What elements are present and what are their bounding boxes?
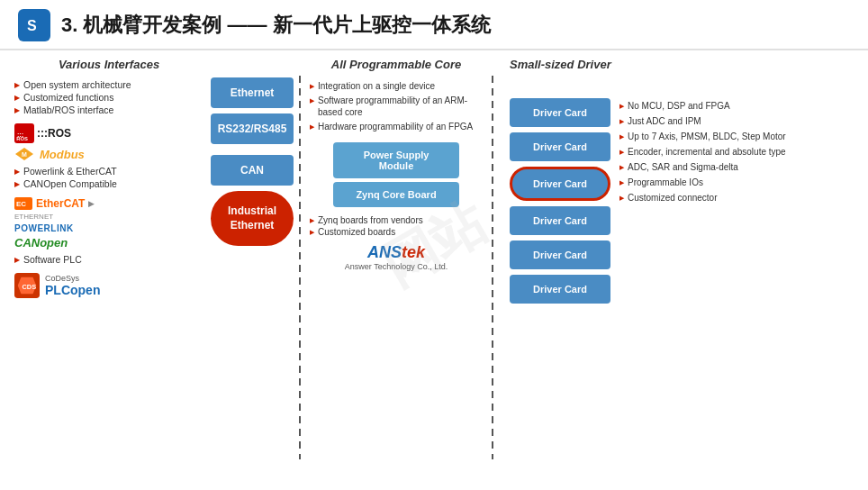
driver-card-3-highlighted[interactable]: Driver Card [510, 167, 610, 201]
driver-feature-item: Just ADC and IPM [619, 113, 854, 129]
main-content: Various Interfaces Open system architect… [0, 50, 868, 485]
driver-card-4[interactable]: Driver Card [510, 206, 610, 235]
ethercat-logo: EC EtherCAT ▶ [14, 197, 203, 210]
ros-icon: ::: ROS [14, 123, 34, 143]
anstek-name: ANStek [310, 243, 483, 262]
driver-feature-item: Customized connector [619, 190, 854, 205]
software-plc-section: Software PLC CDS CoDeSys PLCopen [14, 253, 203, 298]
rs232-button[interactable]: RS232/RS485 [211, 113, 294, 144]
driver-feature-item: Programmable IOs [619, 175, 854, 190]
modbus-logo-row: M Modbus [14, 147, 203, 161]
prog-feature-item: Integration on a single device [310, 78, 483, 93]
right-column: Small-sized Driver Driver Card Driver Ca… [499, 58, 854, 477]
software-plc-list: Software PLC [14, 253, 203, 266]
feature-item: CANOpen Compatible [14, 177, 203, 190]
core-diagram: Power SupplyModule Zynq Core Board [310, 142, 483, 207]
prog-feature-item: Software programmability of an ARM-based… [310, 93, 483, 119]
modbus-icon: M [14, 147, 34, 161]
feature-item: Matlab/ROS interface [14, 104, 203, 116]
anstek-sub: Answer Technology Co., Ltd. [310, 262, 483, 271]
driver-card-6[interactable]: Driver Card [510, 275, 610, 304]
svg-text:ROS: ROS [16, 136, 28, 141]
s-icon: S [23, 14, 45, 36]
driver-feature-item: Encoder, incremental and absolute type [619, 144, 854, 159]
middle-column: All Programmable Core Integration on a s… [306, 58, 486, 477]
codesys-icon: CDS [14, 273, 40, 298]
plcopen-label: PLCopen [45, 283, 100, 297]
more-features-list: Powerlink & EtherCAT CANOpen Compatible [14, 165, 203, 190]
svg-text:S: S [27, 18, 37, 33]
prog-feature-item: Hardware programmability of an FPGA [310, 119, 483, 133]
ethercat-label: EtherCAT [36, 197, 85, 210]
svg-text:EC: EC [16, 200, 26, 208]
driver-feature-item: Up to 7 Axis, PMSM, BLDC, Step Motor [619, 129, 854, 144]
driver-col-wrapper: Small-sized Driver Driver Card Driver Ca… [502, 58, 854, 477]
power-supply-box[interactable]: Power SupplyModule [333, 142, 459, 178]
ans-text: ANS [367, 243, 402, 261]
left-divider [299, 76, 301, 459]
prog-features-list: Integration on a single device Software … [310, 78, 483, 133]
header: S 3. 机械臂开发案例 —— 新一代片上驱控一体系统 [0, 0, 868, 50]
right-divider [492, 76, 493, 459]
middle-col-title: All Programmable Core [310, 58, 483, 71]
driver-content: Driver Card Driver Card Driver Card Driv… [502, 78, 854, 304]
ros-logo-row: ::: ROS :::ROS [14, 123, 203, 143]
driver-card-2[interactable]: Driver Card [510, 132, 610, 161]
anstek-logo: ANStek Answer Technology Co., Ltd. [310, 243, 483, 271]
codesys-label: CoDeSys PLCopen [45, 274, 100, 297]
extra-feature-item: Customized boards [310, 226, 483, 238]
modbus-text: Modbus [40, 148, 85, 161]
driver-cards-col: Driver Card Driver Card Driver Card Driv… [502, 78, 610, 304]
feature-item: Customized functions [14, 91, 203, 104]
driver-feature-list: No MCU, DSP and FPGA Just ADC and IPM Up… [619, 98, 854, 205]
codesys-wrap: CDS CoDeSys PLCopen [14, 273, 203, 298]
driver-card-1[interactable]: Driver Card [510, 98, 610, 127]
svg-text:CDS: CDS [22, 283, 36, 291]
feature-item: Powerlink & EtherCAT [14, 165, 203, 177]
driver-feature-item: ADC, SAR and Sigma-delta [619, 159, 854, 175]
tek-text: tek [402, 243, 425, 261]
ethercat-arrow: ▶ [88, 199, 95, 208]
zynq-core-box[interactable]: Zynq Core Board [333, 182, 459, 207]
codesys-name: CoDeSys [45, 274, 100, 283]
right-col-title: Small-sized Driver [502, 58, 854, 71]
industrial-ethernet-button[interactable]: IndustrialEthernet [211, 191, 294, 246]
brand-logos: EC EtherCAT ▶ ETHERNET POWERLINK CANopen [14, 197, 203, 250]
page-title: 3. 机械臂开发案例 —— 新一代片上驱控一体系统 [61, 12, 491, 39]
driver-card-5[interactable]: Driver Card [510, 240, 610, 269]
ethercat-icon: EC [14, 197, 32, 210]
can-button[interactable]: CAN [211, 155, 294, 186]
svg-text:M: M [22, 151, 27, 158]
left-feature-list: Open system architecture Customized func… [14, 78, 203, 116]
driver-features-col: No MCU, DSP and FPGA Just ADC and IPM Up… [610, 78, 854, 304]
extra-feature-item: Zynq boards from vendors [310, 214, 483, 226]
canopen-logo: CANopen [14, 236, 203, 250]
left-col-title: Various Interfaces [14, 58, 203, 71]
ethernet-label: ETHERNET [14, 213, 53, 221]
ros-logo: ::: ROS :::ROS [14, 123, 71, 143]
powerlink-logo: POWERLINK [14, 223, 203, 233]
driver-feature-item: No MCU, DSP and FPGA [619, 98, 854, 113]
ethernet-powerlink-row: ETHERNET [14, 213, 203, 221]
ethernet-button[interactable]: Ethernet [211, 77, 294, 108]
ros-text: :::ROS [37, 127, 71, 140]
interface-buttons-col: Ethernet RS232/RS485 CAN IndustrialEther… [203, 58, 294, 477]
software-plc-item: Software PLC [14, 253, 203, 266]
left-column: Various Interfaces Open system architect… [14, 58, 203, 477]
header-icon: S [18, 9, 50, 41]
feature-item: Open system architecture [14, 78, 203, 91]
extra-features-list: Zynq boards from vendors Customized boar… [310, 214, 483, 238]
